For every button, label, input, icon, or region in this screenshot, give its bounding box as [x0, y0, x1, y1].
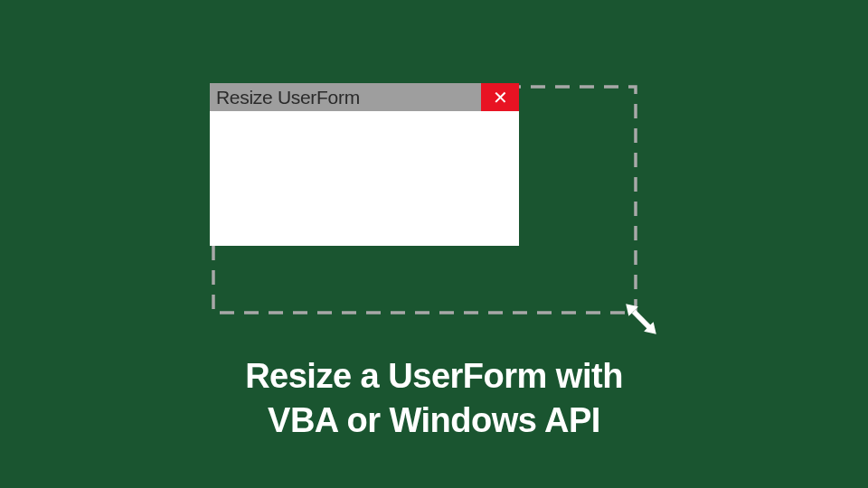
- titlebar[interactable]: Resize UserForm ✕: [210, 83, 519, 111]
- close-icon: ✕: [493, 87, 508, 108]
- caption: Resize a UserForm with VBA or Windows AP…: [0, 354, 868, 444]
- caption-line-2: VBA or Windows API: [0, 399, 868, 443]
- close-button[interactable]: ✕: [481, 83, 519, 111]
- client-area: [212, 111, 517, 244]
- userform-window: Resize UserForm ✕: [210, 83, 519, 246]
- window-title: Resize UserForm: [210, 87, 360, 108]
- svg-rect-3: [632, 310, 652, 330]
- caption-line-1: Resize a UserForm with: [0, 354, 868, 399]
- diagram-area: Resize UserForm ✕: [210, 83, 644, 323]
- resize-diagonal-arrow-icon: [622, 300, 660, 338]
